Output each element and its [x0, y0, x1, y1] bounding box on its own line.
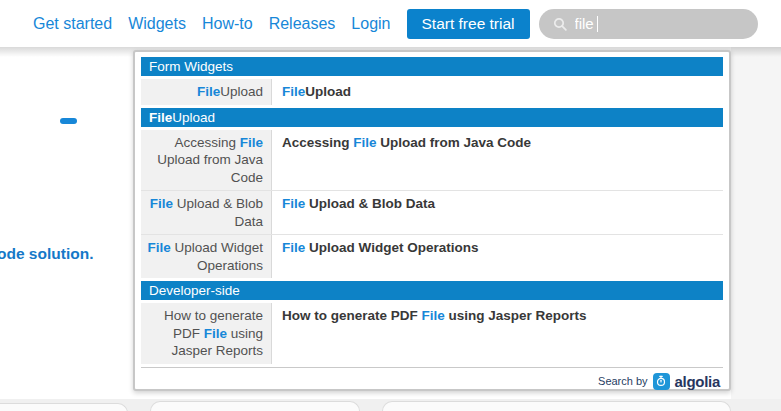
nav-link-widgets[interactable]: Widgets: [128, 15, 186, 32]
result-text: Upload: [305, 84, 351, 99]
match-highlight: File: [147, 240, 170, 255]
match-highlight: File: [353, 135, 376, 150]
match-highlight: File: [282, 240, 305, 255]
match-highlight: File: [282, 84, 305, 99]
heading-accent-dash: [60, 118, 77, 124]
result-text: Upload & Blob Data: [173, 196, 263, 229]
algolia-wordmark: algolia: [675, 373, 720, 390]
result-text: Form Widgets: [149, 59, 233, 74]
match-highlight: File: [197, 84, 220, 99]
result-text: Upload from Java Code: [157, 152, 263, 185]
dropdown-sections: Form WidgetsFileUploadFileUploadFileUplo…: [141, 57, 723, 364]
result-title-cell: Accessing File Upload from Java Code: [272, 130, 723, 191]
result-title-cell: FileUpload: [272, 79, 723, 105]
background-card: [150, 401, 360, 411]
result-text: Accessing: [174, 135, 239, 150]
result-text: Upload: [172, 110, 215, 125]
page-heading-fragment: ode solution.: [0, 245, 93, 263]
nav-link-login[interactable]: Login: [351, 15, 390, 32]
search-input[interactable]: [575, 15, 758, 32]
result-label-cell: File Upload & Blob Data: [141, 191, 272, 234]
result-text: using Jasper Reports: [445, 308, 587, 323]
result-row[interactable]: File Upload & Blob DataFile Upload & Blo…: [141, 190, 723, 234]
section-header: Form Widgets: [141, 57, 723, 76]
search-by-label: Search by: [598, 375, 648, 387]
result-label-cell: FileUpload: [141, 79, 272, 105]
navbar: Get startedWidgetsHow-toReleasesLogin St…: [0, 0, 781, 47]
background-card: [382, 401, 731, 411]
start-free-trial-button[interactable]: Start free trial: [407, 9, 530, 39]
result-label-cell: File Upload Widget Operations: [141, 235, 272, 278]
nav-link-get-started[interactable]: Get started: [33, 15, 112, 32]
match-highlight: File: [240, 135, 263, 150]
result-label-cell: Accessing File Upload from Java Code: [141, 130, 272, 191]
result-label-cell: How to generate PDF File using Jasper Re…: [141, 303, 272, 364]
nav-links: Get startedWidgetsHow-toReleasesLogin: [33, 15, 407, 33]
match-highlight: File: [204, 326, 227, 341]
result-row[interactable]: How to generate PDF File using Jasper Re…: [141, 303, 723, 364]
result-text: Upload & Blob Data: [305, 196, 435, 211]
algolia-attribution[interactable]: Search by algolia: [141, 368, 723, 390]
result-title-cell: File Upload & Blob Data: [272, 191, 723, 234]
result-title-cell: How to generate PDF File using Jasper Re…: [272, 303, 723, 364]
result-text: Upload Widget Operations: [171, 240, 263, 273]
result-text: Upload from Java Code: [377, 135, 532, 150]
match-highlight: File: [282, 196, 305, 211]
magnifier-icon: [552, 16, 568, 32]
algolia-logo-icon: [653, 373, 670, 390]
text-caret: [597, 16, 599, 32]
match-highlight: File: [149, 110, 172, 125]
result-text: Upload Widget Operations: [305, 240, 478, 255]
match-highlight: File: [150, 196, 173, 211]
result-row[interactable]: Accessing File Upload from Java CodeAcce…: [141, 130, 723, 191]
result-text: Upload: [220, 84, 263, 99]
search-pill[interactable]: [539, 9, 758, 39]
result-text: How to generate PDF: [282, 308, 422, 323]
nav-link-how-to[interactable]: How-to: [202, 15, 253, 32]
match-highlight: File: [422, 308, 445, 323]
result-text: Developer-side: [149, 283, 240, 298]
section-header: Developer-side: [141, 281, 723, 300]
result-row[interactable]: File Upload Widget OperationsFile Upload…: [141, 234, 723, 278]
result-title-cell: File Upload Widget Operations: [272, 235, 723, 278]
search-dropdown: Form WidgetsFileUploadFileUploadFileUplo…: [133, 50, 731, 391]
nav-link-releases[interactable]: Releases: [269, 15, 336, 32]
result-row[interactable]: FileUploadFileUpload: [141, 79, 723, 105]
background-card: [0, 403, 128, 411]
result-text: Accessing: [282, 135, 353, 150]
section-header: FileUpload: [141, 108, 723, 127]
page-background-right: [731, 47, 781, 411]
